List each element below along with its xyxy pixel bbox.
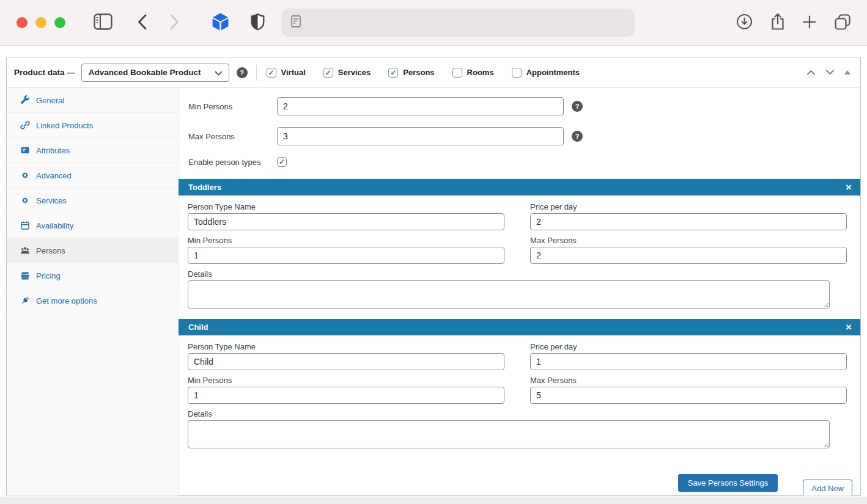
pt-min-persons-label: Min Persons xyxy=(188,236,504,245)
chevron-down-icon xyxy=(215,67,223,78)
min-persons-row: Min Persons ? xyxy=(179,97,860,115)
pt-min-persons-label: Min Persons xyxy=(188,376,504,385)
product-type-select[interactable]: Advanced Bookable Product xyxy=(81,64,229,82)
new-tab-button[interactable] xyxy=(803,15,816,31)
tabs-icon xyxy=(834,13,851,32)
price-per-day-label: Price per day xyxy=(530,342,847,351)
min-persons-input[interactable] xyxy=(277,97,564,115)
wrench-icon xyxy=(20,95,30,105)
person-type-header: Toddlers × xyxy=(179,179,860,195)
details-label: Details xyxy=(188,269,860,279)
person-type-header: Child × xyxy=(179,319,860,335)
person-type-name-input[interactable] xyxy=(188,213,504,230)
shield-icon xyxy=(250,13,265,33)
pt-max-persons-input[interactable] xyxy=(530,247,847,264)
privacy-shield-button[interactable] xyxy=(250,13,265,33)
max-persons-input[interactable] xyxy=(277,127,564,145)
price-per-day-input[interactable] xyxy=(530,353,847,370)
cube-icon xyxy=(210,12,231,34)
person-type-card: Child × Person Type Name Price per day xyxy=(179,319,860,459)
extension-cube-button[interactable] xyxy=(210,12,231,34)
tab-advanced[interactable]: Advanced xyxy=(7,163,178,188)
reader-page-icon xyxy=(291,15,301,30)
save-persons-settings-button[interactable]: Save Persons Settings xyxy=(678,474,778,492)
traffic-lights xyxy=(17,17,65,28)
close-icon[interactable]: × xyxy=(846,182,852,192)
pt-min-persons-input[interactable] xyxy=(188,387,504,404)
checkbox-icon xyxy=(323,68,333,78)
pt-max-persons-label: Max Persons xyxy=(530,376,847,385)
pt-min-persons-input[interactable] xyxy=(188,247,504,264)
forward-chevron-icon xyxy=(169,14,180,32)
details-textarea[interactable] xyxy=(188,420,830,448)
checkbox-icon xyxy=(452,68,462,78)
price-per-day-label: Price per day xyxy=(530,202,847,211)
tab-availability[interactable]: Availability xyxy=(7,213,178,238)
min-persons-help-icon[interactable]: ? xyxy=(572,101,583,112)
tab-get-more-options[interactable]: Get more options xyxy=(7,288,178,313)
back-button[interactable] xyxy=(137,14,147,32)
persons-tab-content: Min Persons ? Max Persons ? Enable perso… xyxy=(179,88,860,495)
sidebar-toggle-button[interactable] xyxy=(94,13,113,32)
tab-pricing[interactable]: Pricing xyxy=(7,263,178,288)
page-background-strip xyxy=(0,497,867,504)
product-data-panel: Product data — Advanced Bookable Product… xyxy=(6,57,861,495)
pt-max-persons-input[interactable] xyxy=(530,387,847,404)
gear-icon xyxy=(20,195,30,205)
person-type-title: Toddlers xyxy=(188,183,221,192)
link-icon xyxy=(20,120,30,130)
enable-person-types-row: Enable person types xyxy=(179,157,860,167)
services-checkbox[interactable]: Services xyxy=(323,68,371,78)
max-persons-help-icon[interactable]: ? xyxy=(572,131,583,142)
sidebar-icon xyxy=(94,13,113,32)
collapse-triangle-icon xyxy=(844,70,850,75)
calendar-icon xyxy=(20,221,30,230)
price-per-day-input[interactable] xyxy=(530,213,847,230)
persons-group-icon xyxy=(20,246,30,255)
enable-person-types-label: Enable person types xyxy=(188,158,277,167)
persons-actions: Save Persons Settings Add New xyxy=(179,474,860,495)
move-up-button[interactable] xyxy=(805,68,817,76)
min-persons-label: Min Persons xyxy=(188,102,277,111)
download-icon xyxy=(736,13,753,32)
back-chevron-icon xyxy=(137,14,147,32)
product-type-options: Virtual Services Persons Rooms Appointme… xyxy=(267,68,580,78)
product-type-value: Advanced Bookable Product xyxy=(89,68,201,77)
plus-icon xyxy=(803,15,816,31)
forward-button[interactable] xyxy=(169,14,180,32)
close-window-button[interactable] xyxy=(17,17,28,28)
tab-overview-button[interactable] xyxy=(834,13,851,32)
plug-icon xyxy=(20,296,30,305)
enable-person-types-checkbox[interactable] xyxy=(277,157,287,167)
product-type-help-icon[interactable]: ? xyxy=(237,67,248,78)
person-type-name-input[interactable] xyxy=(188,353,504,370)
person-type-name-label: Person Type Name xyxy=(188,202,504,211)
collapse-panel-button[interactable] xyxy=(843,69,852,76)
tab-services[interactable]: Services xyxy=(7,188,178,213)
address-bar[interactable] xyxy=(281,9,635,37)
product-data-header: Product data — Advanced Bookable Product… xyxy=(7,57,860,88)
checkbox-icon xyxy=(512,68,522,78)
max-persons-row: Max Persons ? xyxy=(179,127,860,145)
minimize-window-button[interactable] xyxy=(35,17,46,28)
rooms-checkbox[interactable]: Rooms xyxy=(452,68,494,78)
appointments-checkbox[interactable]: Appointments xyxy=(512,68,580,78)
zoom-window-button[interactable] xyxy=(54,17,65,28)
persons-checkbox[interactable]: Persons xyxy=(388,68,434,78)
tab-general[interactable]: General xyxy=(7,88,178,113)
move-down-button[interactable] xyxy=(824,68,836,76)
details-label: Details xyxy=(188,409,860,418)
person-type-card: Toddlers × Person Type Name Price per da… xyxy=(179,179,860,319)
downloads-button[interactable] xyxy=(736,13,753,32)
virtual-checkbox[interactable]: Virtual xyxy=(267,68,306,78)
tab-linked-products[interactable]: Linked Products xyxy=(7,113,178,138)
add-new-button[interactable]: Add New xyxy=(803,480,852,495)
share-button[interactable] xyxy=(770,13,785,32)
close-icon[interactable]: × xyxy=(846,322,852,332)
tab-attributes[interactable]: Attributes xyxy=(7,138,178,163)
product-data-tabs: General Linked Products Attributes Advan… xyxy=(7,88,179,495)
tab-persons[interactable]: Persons xyxy=(7,238,178,263)
details-textarea[interactable] xyxy=(188,280,830,309)
person-type-name-label: Person Type Name xyxy=(188,342,504,351)
browser-toolbar xyxy=(0,0,867,46)
